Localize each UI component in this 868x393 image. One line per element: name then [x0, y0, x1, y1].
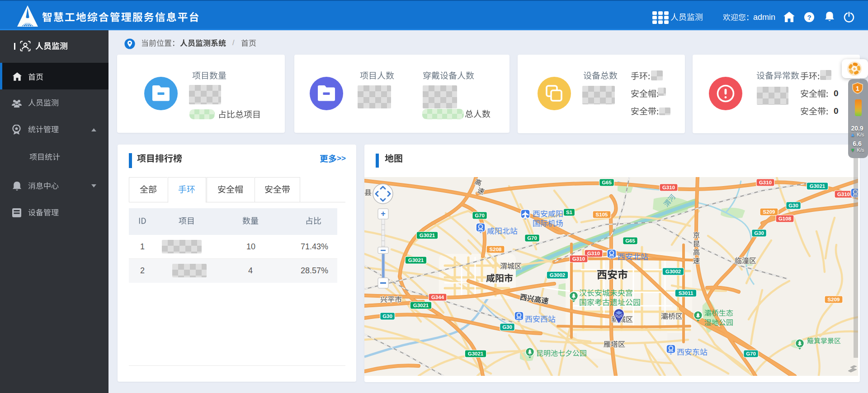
svg-text:G70: G70	[475, 213, 485, 218]
svg-text:G3002: G3002	[665, 269, 681, 274]
svg-text:G3021: G3021	[413, 303, 429, 308]
svg-text:S3011: S3011	[679, 290, 693, 296]
svg-text:S1: S1	[566, 210, 573, 215]
svg-text:G3021: G3021	[468, 351, 484, 356]
svg-text:G30: G30	[754, 230, 764, 236]
svg-text:1: 1	[856, 85, 859, 92]
svg-text:S105: S105	[596, 212, 608, 217]
svg-text:?: ?	[807, 14, 811, 21]
svg-text:G30: G30	[382, 313, 392, 319]
svg-text:G310: G310	[759, 180, 772, 185]
svg-text:G3002: G3002	[550, 272, 566, 278]
svg-text:G65: G65	[602, 180, 612, 185]
svg-text:G65: G65	[625, 238, 635, 243]
svg-text:G3021: G3021	[420, 233, 435, 238]
svg-text:G310: G310	[662, 185, 675, 190]
svg-text:G70: G70	[527, 235, 537, 241]
svg-text:G3021: G3021	[810, 183, 826, 189]
svg-text:G70: G70	[746, 351, 756, 356]
svg-text:G3021: G3021	[408, 257, 424, 263]
svg-text:S209: S209	[828, 297, 840, 302]
svg-text:G30: G30	[788, 203, 798, 208]
svg-text:+: +	[381, 209, 386, 218]
svg-text:G310: G310	[587, 251, 600, 256]
svg-text:S209: S209	[763, 209, 775, 215]
svg-text:G108: G108	[778, 216, 792, 221]
svg-text:G310: G310	[837, 192, 850, 197]
svg-text:G310: G310	[572, 256, 585, 262]
svg-text:G30: G30	[502, 324, 512, 330]
svg-text:S208: S208	[490, 247, 502, 252]
svg-text:G344: G344	[431, 295, 444, 300]
